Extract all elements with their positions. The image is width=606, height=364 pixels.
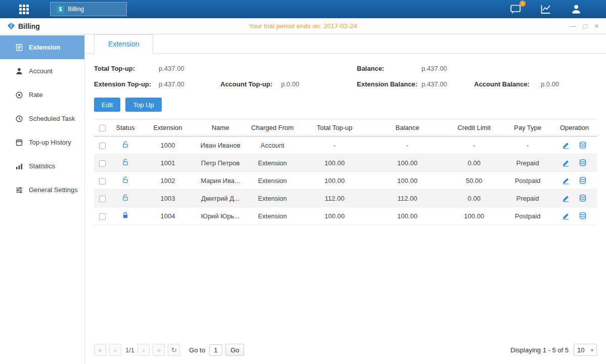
credit-limit-cell: 50.00: [445, 172, 503, 190]
edit-icon[interactable]: [562, 195, 570, 202]
status-unlocked-icon[interactable]: [121, 158, 129, 166]
last-page-button[interactable]: »: [153, 344, 165, 356]
table-row: 1002 Мария Ива... Extension 100.00 100.0…: [94, 172, 597, 190]
statistics-button[interactable]: [539, 3, 552, 16]
sidebar: Extension Account Rate Scheduled Task: [0, 34, 85, 364]
tab-extension[interactable]: Extension: [94, 34, 153, 54]
close-button[interactable]: ×: [594, 22, 599, 30]
total-topup-cell: 100.00: [299, 172, 370, 190]
charged-from-cell: Extension: [246, 190, 299, 207]
pagination-bar: « ‹ 1/1 › » ↻ Go to Go Displaying 1 - 5 …: [85, 339, 606, 364]
top-up-icon[interactable]: [579, 176, 587, 185]
summary-total-topup: Total Top-up:p.437.00: [94, 65, 220, 72]
top-up-icon[interactable]: [579, 159, 587, 167]
edit-button[interactable]: Edit: [94, 98, 120, 112]
sidebar-item-rate[interactable]: Rate: [0, 83, 84, 107]
user-icon: [570, 3, 582, 15]
credit-limit-cell: 100.00: [445, 207, 503, 225]
sidebar-item-scheduled-task[interactable]: Scheduled Task: [0, 107, 84, 130]
topbar-tab-label: Billing: [68, 6, 84, 13]
row-checkbox[interactable]: [99, 196, 106, 202]
refresh-button[interactable]: ↻: [168, 344, 180, 356]
status-locked-icon[interactable]: [121, 211, 129, 219]
extension-cell: 1003: [141, 190, 195, 207]
row-checkbox[interactable]: [99, 160, 106, 167]
table-row: 1004 Юрий Юрь... Extension 100.00 100.00…: [94, 207, 597, 225]
billing-logo-icon: [7, 22, 15, 30]
first-page-button[interactable]: «: [94, 344, 106, 356]
charged-from-cell: Account: [246, 136, 299, 154]
maximize-button[interactable]: □: [583, 23, 587, 30]
credit-limit-cell: 0.00: [445, 190, 503, 207]
prev-page-button[interactable]: ‹: [109, 344, 121, 356]
row-checkbox[interactable]: [99, 143, 106, 149]
name-cell: Мария Ива...: [195, 172, 246, 190]
credit-limit-cell: 0.00: [445, 154, 503, 172]
topbar-tab-billing[interactable]: $ Billing: [50, 2, 127, 16]
row-checkbox[interactable]: [99, 178, 106, 185]
window-controls: — □ ×: [569, 22, 599, 30]
status-unlocked-icon[interactable]: [121, 141, 129, 149]
main-content: Extension Total Top-up:p.437.00 Balance:…: [85, 34, 606, 364]
sidebar-item-account[interactable]: Account: [0, 59, 84, 83]
sliders-icon: [15, 186, 23, 194]
notification-badge: !: [520, 1, 526, 7]
sidebar-item-label: Extension: [29, 43, 60, 51]
trial-notice: Your trial period ends on: 2017-02-24: [0, 22, 606, 30]
top-up-icon[interactable]: [579, 141, 587, 149]
goto-page-input[interactable]: [209, 344, 222, 356]
minimize-button[interactable]: —: [569, 23, 576, 29]
sidebar-item-topup-history[interactable]: Top-up History: [0, 130, 84, 154]
column-name: Name: [195, 119, 246, 136]
sidebar-item-extension[interactable]: Extension: [0, 35, 84, 59]
total-topup-cell: -: [299, 136, 370, 154]
user-menu-button[interactable]: [570, 3, 583, 16]
edit-icon[interactable]: [562, 159, 570, 167]
refresh-icon: ↻: [171, 346, 177, 354]
app-grid-icon[interactable]: [19, 5, 29, 14]
column-operation: Operation: [552, 119, 597, 136]
billing-summary: Total Top-up:p.437.00 Balance:p.437.00 E…: [85, 54, 606, 88]
billing-dollar-icon: $: [57, 6, 64, 13]
status-unlocked-icon[interactable]: [121, 194, 129, 202]
table-row: 1000 Иван Иванов Account - - - -: [94, 136, 597, 154]
column-pay-type: Pay Type: [503, 119, 552, 136]
next-page-button[interactable]: ›: [137, 344, 150, 356]
clock-icon: [15, 115, 23, 123]
charged-from-cell: Extension: [246, 154, 299, 172]
table-row: 1001 Петр Петров Extension 100.00 100.00…: [94, 154, 597, 172]
window-title-text: Billing: [18, 22, 40, 30]
top-up-button[interactable]: Top Up: [125, 98, 161, 112]
goto-label: Go to: [189, 346, 205, 354]
notifications-button[interactable]: !: [509, 3, 522, 16]
top-up-icon[interactable]: [579, 212, 587, 220]
total-topup-cell: 100.00: [299, 207, 370, 225]
topbar-actions: !: [509, 3, 583, 16]
sidebar-item-general-settings[interactable]: General Settings: [0, 178, 84, 202]
topbar: $ Billing !: [0, 0, 606, 18]
top-up-icon[interactable]: [579, 194, 587, 202]
edit-icon[interactable]: [562, 142, 570, 149]
page-size-select[interactable]: 10 ▾: [574, 344, 597, 356]
action-buttons: Edit Top Up: [85, 88, 606, 119]
edit-icon[interactable]: [562, 212, 570, 220]
status-unlocked-icon[interactable]: [121, 176, 129, 184]
sidebar-item-label: Top-up History: [29, 139, 71, 146]
extension-icon: [15, 43, 23, 52]
row-checkbox[interactable]: [99, 213, 106, 220]
total-topup-cell: 112.00: [299, 190, 370, 207]
extension-table: Status Extension Name Charged From Total…: [94, 119, 597, 225]
summary-balance: Balance:p.437.00: [357, 65, 474, 72]
summary-account-topup: Account Top-up:p.0.00: [220, 80, 357, 88]
pay-type-cell: Prepaid: [503, 154, 552, 172]
pay-type-cell: Prepaid: [503, 190, 552, 207]
sidebar-item-statistics[interactable]: Statistics: [0, 154, 84, 178]
go-button[interactable]: Go: [225, 344, 244, 356]
column-extension: Extension: [141, 119, 195, 136]
extension-cell: 1000: [141, 136, 195, 154]
select-all-checkbox[interactable]: [99, 125, 106, 131]
edit-icon[interactable]: [562, 177, 570, 185]
pagination-right: Displaying 1 - 5 of 5 10 ▾: [510, 344, 597, 356]
total-topup-cell: 100.00: [299, 154, 370, 172]
balance-cell: 100.00: [370, 172, 445, 190]
